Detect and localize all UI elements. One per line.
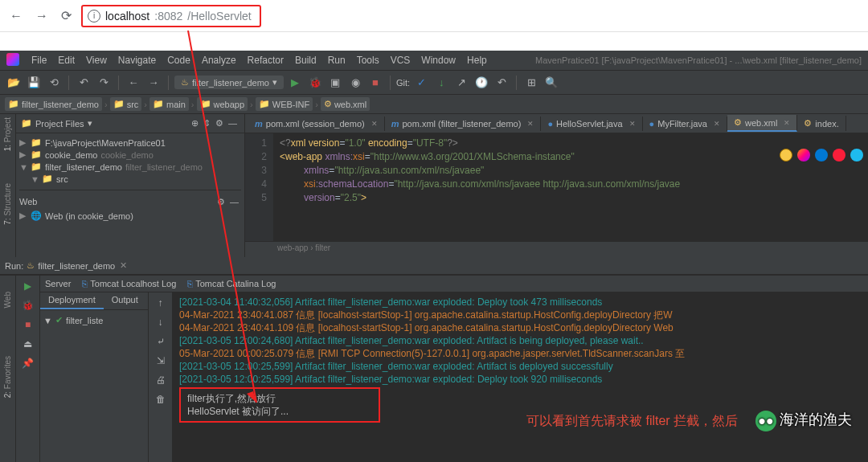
stop-icon[interactable]: ■ [25, 319, 31, 330]
ie-icon[interactable] [850, 149, 863, 161]
firefox-icon[interactable] [797, 149, 810, 161]
code-content[interactable]: <?xml version="1.0" encoding="UTF-8"?> <… [273, 133, 868, 241]
editor-tab[interactable]: ●HelloServlet.java✕ [541, 117, 642, 131]
run-tab-server[interactable]: Server [45, 279, 71, 288]
forward-button[interactable]: → [32, 6, 51, 27]
breadcrumb-item[interactable]: 📁webapp [197, 97, 248, 111]
expand-icon[interactable]: ▶ [19, 211, 27, 221]
menu-help[interactable]: Help [463, 53, 491, 67]
menu-navigate[interactable]: Navigate [114, 53, 160, 67]
dropdown-icon[interactable]: ▾ [88, 118, 92, 129]
menu-edit[interactable]: Edit [54, 53, 79, 67]
close-icon[interactable]: ✕ [784, 119, 790, 127]
hide-icon[interactable]: — [226, 118, 240, 128]
run-tab-catalina[interactable]: ⎘ Tomcat Catalina Log [187, 279, 276, 288]
collapse-icon[interactable]: ▼ [31, 174, 39, 184]
opera-icon[interactable] [833, 149, 845, 161]
editor-tab[interactable]: ⚙web.xml✕ [727, 115, 797, 132]
menu-tools[interactable]: Tools [353, 53, 383, 67]
redo-icon[interactable]: ↷ [95, 74, 113, 92]
debug-icon[interactable]: 🐞 [306, 74, 324, 92]
git-history-icon[interactable]: 🕐 [473, 74, 490, 92]
code-editor[interactable]: 12345 <?xml version="1.0" encoding="UTF-… [245, 133, 868, 241]
run-icon[interactable]: ▶ [286, 74, 304, 92]
structure-icon[interactable]: ⊞ [522, 74, 540, 92]
tree-row[interactable]: ▶📁cookie_demo cookie_demo [19, 149, 241, 161]
run-config-selector[interactable]: ♨ filter_listener_demo ▾ [174, 76, 284, 89]
editor-breadcrumb[interactable]: web-app › filter [245, 241, 868, 257]
chrome-icon[interactable] [780, 149, 792, 161]
close-icon[interactable]: ✕ [371, 120, 378, 128]
git-rollback-icon[interactable]: ↶ [493, 74, 510, 92]
stop-icon[interactable]: ■ [366, 74, 384, 92]
clear-icon[interactable]: 🗑 [156, 394, 166, 405]
editor-tab[interactable]: mpom.xml (filter_listener_demo)✕ [385, 117, 542, 131]
project-tool-tab[interactable]: 1: Project [3, 117, 12, 151]
editor-tab[interactable]: ⚙index. [797, 116, 845, 131]
target-icon[interactable]: ⊕ [189, 118, 201, 128]
deployment-tab[interactable]: Deployment [40, 292, 104, 309]
print-icon[interactable]: 🖨 [156, 374, 166, 386]
expand-icon[interactable]: ▶ [19, 137, 27, 148]
gear-icon[interactable]: ⚙ [215, 197, 227, 206]
menu-refactor[interactable]: Refactor [244, 53, 288, 67]
structure-tool-tab[interactable]: 7: Structure [3, 183, 12, 225]
gear-icon[interactable]: ⚙ [213, 118, 226, 128]
exit-icon[interactable]: ⏏ [23, 338, 32, 350]
up-icon[interactable]: ↑ [158, 297, 163, 309]
breadcrumb-item[interactable]: 📁main [149, 97, 189, 111]
close-icon[interactable]: ✕ [714, 120, 720, 128]
breadcrumb-item[interactable]: ⚙web.xml [321, 97, 370, 111]
git-push-icon[interactable]: ↗ [452, 74, 470, 92]
coverage-icon[interactable]: ▣ [326, 74, 344, 92]
wrap-icon[interactable]: ⤶ [157, 336, 165, 347]
menu-analyze[interactable]: Analyze [198, 53, 240, 67]
tree-row[interactable]: ▶📁F:\javaProject\MavenPratice01 [19, 137, 241, 149]
web-tool-tab[interactable]: Web [3, 292, 12, 308]
breadcrumb-item[interactable]: 📁filter_listener_demo [5, 97, 102, 111]
rerun-icon[interactable]: ▶ [24, 280, 31, 292]
menu-view[interactable]: View [82, 53, 111, 67]
menu-code[interactable]: Code [163, 53, 194, 67]
console-output[interactable]: [2021-03-04 11:40:32,056] Artifact filte… [173, 292, 868, 462]
back-icon[interactable]: ← [125, 74, 142, 92]
tree-row[interactable]: ▼📁src [19, 173, 241, 185]
profiler-icon[interactable]: ◉ [346, 74, 364, 92]
output-tab[interactable]: Output [104, 292, 146, 309]
menu-file[interactable]: File [27, 53, 51, 67]
open-icon[interactable]: 📂 [5, 74, 23, 92]
address-bar[interactable]: i localhost:8082/HelloServlet [81, 5, 261, 27]
reload-button[interactable]: ⟳ [58, 5, 75, 27]
expand-icon[interactable]: ▶ [19, 149, 27, 160]
edge-icon[interactable] [815, 149, 828, 161]
pin-icon[interactable]: 📌 [22, 358, 34, 369]
run-tab-localhost[interactable]: ⎘ Tomcat Localhost Log [82, 279, 176, 288]
back-button[interactable]: ← [6, 6, 26, 27]
git-update-icon[interactable]: ✓ [412, 74, 430, 92]
tree-row[interactable]: ▶🌐Web (in cookie_demo) [19, 210, 241, 222]
menu-vcs[interactable]: VCS [387, 53, 415, 67]
scroll-icon[interactable]: ⇲ [157, 355, 165, 366]
expand-icon[interactable]: ▼ [43, 316, 52, 325]
collapse-icon[interactable]: ⇕ [201, 118, 213, 128]
forward-icon[interactable]: → [145, 74, 162, 92]
site-info-icon[interactable]: i [88, 10, 100, 22]
breadcrumb-item[interactable]: 📁WEB-INF [256, 97, 313, 111]
deployment-item[interactable]: ▼✔filter_liste [40, 310, 148, 330]
down-icon[interactable]: ↓ [158, 317, 163, 328]
close-icon[interactable]: ✕ [120, 260, 127, 271]
undo-icon[interactable]: ↶ [75, 74, 92, 92]
editor-tab[interactable]: mpom.xml (session_demo)✕ [248, 117, 385, 131]
menu-run[interactable]: Run [324, 53, 350, 67]
debug-icon[interactable]: 🐞 [22, 300, 34, 311]
collapse-icon[interactable]: ▼ [19, 162, 27, 172]
search-icon[interactable]: 🔍 [542, 74, 560, 92]
sync-icon[interactable]: ⟲ [45, 74, 63, 92]
editor-tab[interactable]: ●MyFilter.java✕ [643, 117, 727, 131]
git-commit-icon[interactable]: ↓ [432, 74, 450, 92]
menu-window[interactable]: Window [417, 53, 460, 67]
menu-build[interactable]: Build [291, 53, 321, 67]
save-icon[interactable]: 💾 [25, 74, 43, 92]
breadcrumb-item[interactable]: 📁src [110, 97, 142, 111]
favorites-tool-tab[interactable]: 2: Favorites [3, 356, 12, 398]
